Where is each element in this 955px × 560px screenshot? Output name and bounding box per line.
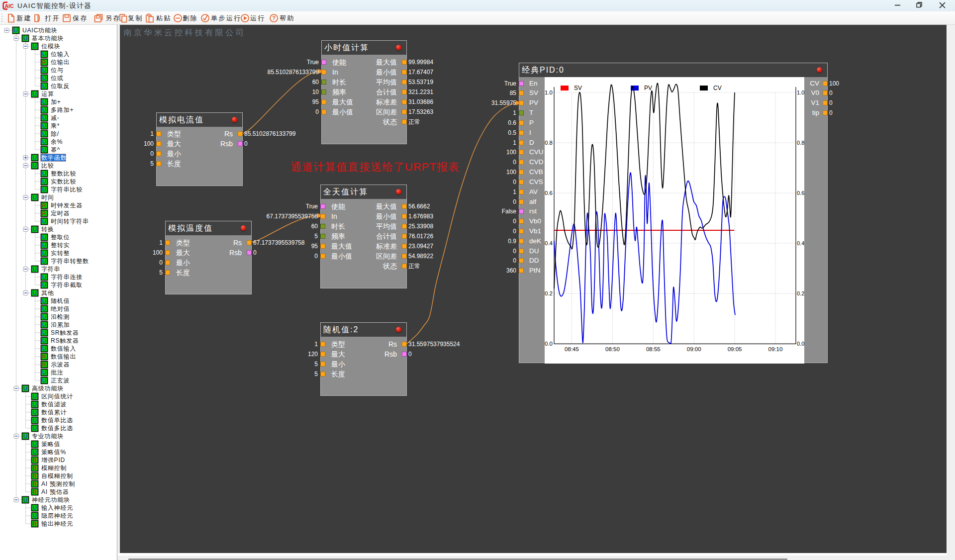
svg-text:R: R [42, 59, 47, 65]
svg-text:神经元功能块: 神经元功能块 [31, 496, 70, 503]
svg-text:0.4: 0.4 [545, 240, 553, 246]
svg-text:0.0: 0.0 [797, 341, 804, 347]
svg-text:U: U [42, 139, 46, 145]
svg-text:RS触发器: RS触发器 [51, 337, 79, 344]
svg-text:1.0: 1.0 [797, 90, 804, 95]
svg-text:数值多比选: 数值多比选 [41, 425, 73, 432]
svg-text:定时器: 定时器 [51, 210, 70, 217]
svg-text:AI 预测控制: AI 预测控制 [41, 480, 75, 487]
svg-text:0.6: 0.6 [797, 190, 804, 196]
svg-text:模糊控制: 模糊控制 [41, 465, 67, 471]
svg-text:U: U [42, 234, 46, 240]
svg-text:其他: 其他 [41, 289, 54, 296]
svg-text:字符串连接: 字符串连接 [51, 274, 83, 280]
svg-text:转换: 转换 [41, 226, 54, 233]
svg-text:PV: PV [644, 85, 652, 92]
svg-text:隐层神经元: 隐层神经元 [41, 512, 73, 519]
svg-text:U: U [42, 322, 46, 328]
svg-text:位或: 位或 [51, 75, 64, 82]
svg-text:沿检测: 沿检测 [51, 313, 70, 320]
svg-text:09:10: 09:10 [768, 346, 783, 352]
svg-text:U: U [33, 226, 37, 232]
svg-text:R: R [33, 473, 37, 479]
svg-text:实转整: 实转整 [51, 250, 70, 257]
svg-text:U: U [33, 266, 37, 272]
svg-text:数值累计: 数值累计 [41, 409, 67, 416]
svg-text:U: U [42, 338, 46, 344]
svg-text:U: U [42, 171, 46, 177]
svg-text:0.8: 0.8 [545, 140, 553, 146]
svg-text:0.2: 0.2 [545, 290, 553, 296]
svg-text:U: U [42, 298, 46, 304]
svg-text:基本功能块: 基本功能块 [32, 35, 64, 42]
svg-text:绝对值: 绝对值 [50, 305, 70, 312]
svg-text:U: U [42, 346, 46, 352]
svg-text:批注: 批注 [51, 369, 64, 376]
svg-text:UAIC功能块: UAIC功能块 [22, 27, 57, 34]
svg-text:整转实: 整转实 [51, 242, 70, 249]
svg-text:策略值: 策略值 [41, 441, 60, 448]
svg-text:R: R [42, 202, 47, 208]
svg-text:AI 预估器: AI 预估器 [41, 488, 69, 495]
svg-text:U: U [33, 513, 37, 519]
svg-text:U: U [42, 377, 46, 383]
svg-text:R: R [33, 457, 37, 463]
svg-text:时间转字符串: 时间转字符串 [51, 218, 89, 225]
svg-text:增强PID: 增强PID [41, 457, 65, 464]
svg-text:R: R [42, 210, 47, 216]
svg-text:U: U [33, 91, 37, 97]
svg-text:幂^: 幂^ [51, 146, 60, 153]
svg-text:U: U [42, 258, 46, 264]
svg-text:U: U [42, 51, 46, 57]
svg-text:U: U [33, 43, 37, 49]
svg-text:乘*: 乘* [51, 122, 60, 129]
svg-text:U: U [42, 147, 46, 153]
svg-text:U: U [33, 505, 37, 511]
svg-text:U: U [42, 330, 46, 336]
svg-text:SV: SV [574, 85, 582, 92]
svg-text:U: U [33, 409, 37, 415]
svg-text:U: U [42, 306, 46, 312]
svg-text:U: U [33, 441, 37, 447]
svg-text:正玄波: 正玄波 [51, 377, 70, 384]
svg-text:数值滤波: 数值滤波 [41, 401, 67, 408]
svg-text:输出神经元: 输出神经元 [41, 520, 73, 527]
svg-text:运算: 运算 [41, 91, 54, 97]
svg-text:策略值%: 策略值% [41, 449, 66, 456]
svg-text:U: U [23, 385, 27, 391]
svg-text:U: U [42, 370, 46, 375]
svg-text:U: U [33, 194, 37, 200]
svg-text:U: U [33, 290, 37, 296]
svg-text:位取反: 位取反 [51, 83, 70, 90]
svg-text:U: U [42, 123, 46, 129]
svg-text:U: U [42, 115, 46, 121]
svg-text:U: U [42, 131, 46, 137]
svg-text:0.4: 0.4 [797, 240, 804, 246]
svg-text:U: U [33, 417, 37, 423]
svg-text:减-: 减- [51, 114, 60, 121]
svg-text:随机值: 随机值 [51, 297, 70, 304]
svg-text:U: U [42, 274, 46, 280]
svg-text:高级功能块: 高级功能块 [32, 385, 64, 392]
svg-text:0.2: 0.2 [797, 290, 804, 296]
svg-text:0.0: 0.0 [545, 341, 553, 347]
svg-text:08:50: 08:50 [605, 346, 620, 352]
svg-text:U: U [42, 107, 46, 113]
svg-text:位模块: 位模块 [41, 43, 60, 50]
svg-text:U: U [42, 218, 46, 224]
svg-text:加+: 加+ [51, 98, 61, 105]
svg-text:数值输入: 数值输入 [51, 345, 76, 352]
svg-text:CV: CV [713, 85, 722, 92]
svg-text:U: U [33, 163, 37, 169]
svg-text:R: R [42, 354, 47, 360]
svg-text:08:55: 08:55 [646, 346, 661, 352]
svg-text:U: U [33, 155, 37, 161]
svg-text:0.6: 0.6 [545, 190, 553, 196]
svg-text:U: U [33, 449, 37, 455]
svg-text:U: U [42, 187, 46, 192]
svg-text:1.0: 1.0 [545, 90, 553, 95]
svg-text:位与: 位与 [51, 67, 64, 74]
svg-text:R: R [33, 481, 37, 487]
svg-text:专业功能块: 专业功能块 [32, 433, 64, 440]
svg-text:U: U [33, 393, 37, 399]
